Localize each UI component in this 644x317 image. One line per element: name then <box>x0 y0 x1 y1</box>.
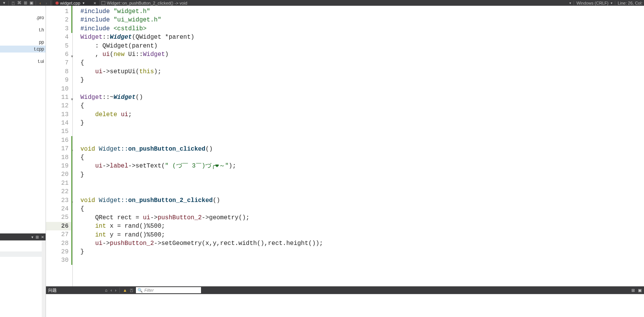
search-icon: 🔍 <box>137 288 143 293</box>
line-ending-label[interactable]: Windows (CRLF) <box>576 1 608 5</box>
enc-dropdown-left-icon[interactable]: ▾ <box>569 1 571 5</box>
close-panel-icon[interactable]: ▣ <box>638 288 642 293</box>
cpp-file-icon <box>56 2 59 5</box>
build-icon[interactable]: ⌂ <box>105 288 108 292</box>
line-number-gutter[interactable]: 123456▼7891011▼121314151617▼181920212223… <box>46 6 73 286</box>
project-sidebar: .pro t.h pp t.cpp t.ui ▾ ⊞ ✕ <box>0 6 46 317</box>
code-content[interactable]: #include "widget.h" #include "ui_widget.… <box>73 6 644 286</box>
symbol-breadcrumb[interactable]: Widget::on_pushButton_2_clicked() -> voi… <box>101 1 187 5</box>
tree-item-cpp-a[interactable]: pp <box>0 39 46 46</box>
lock-icon <box>101 1 105 5</box>
code-editor[interactable]: 123456▼7891011▼121314151617▼181920212223… <box>46 6 644 317</box>
filter-icon[interactable]: ⍞ <box>10 1 16 5</box>
enc-dropdown-icon[interactable]: ▾ <box>611 1 613 5</box>
file-tab-active[interactable]: widget.cpp ▾ × <box>52 0 99 6</box>
file-tab-label: widget.cpp <box>60 1 80 5</box>
open-docs-scrollbar[interactable] <box>42 241 46 317</box>
link-icon[interactable]: ⌘ <box>16 0 22 5</box>
open-docs-close-icon[interactable]: ✕ <box>41 235 44 239</box>
toolbar-button-a[interactable]: ▾ <box>2 0 7 5</box>
open-doc-row-selected[interactable] <box>0 251 46 257</box>
nav-next-issue-icon[interactable]: › <box>115 288 116 292</box>
tree-item-cpp-b[interactable]: t.cpp <box>0 46 46 53</box>
filter-input[interactable]: 🔍 Filter <box>136 287 201 293</box>
open-documents-header: ▾ ⊞ ✕ <box>0 233 46 240</box>
cursor-position-label: Line: 26, Col: <box>618 1 642 5</box>
file-tab-dropdown[interactable]: ▾ <box>83 1 85 5</box>
tree-item-pro[interactable]: .pro <box>0 14 46 21</box>
tree-item-ui[interactable]: t.ui <box>0 58 46 65</box>
issues-panel-body <box>46 294 644 317</box>
nav-back-button[interactable]: ‹ <box>38 1 43 5</box>
filter-issues-icon[interactable]: ⍞ <box>130 288 133 292</box>
expand-icon[interactable]: ⊞ <box>631 288 635 293</box>
issues-label[interactable]: 问题 <box>48 287 57 293</box>
issues-toolbar: 问题 ⌂ ‹ › ▲ ⍞ 🔍 Filter ⊞ ▣ <box>46 286 644 294</box>
editor-top-toolbar: ▾ ⍞ ⌘ ⊞ ▣ ‹ › widget.cpp ▾ × Widget::on_… <box>0 0 644 6</box>
file-tab-close-button[interactable]: × <box>94 1 96 5</box>
nav-prev-issue-icon[interactable]: ‹ <box>111 288 112 292</box>
open-documents-panel[interactable] <box>0 240 46 317</box>
warning-icon[interactable]: ▲ <box>123 288 127 292</box>
project-tree[interactable]: .pro t.h pp t.cpp t.ui <box>0 6 46 233</box>
nav-forward-button[interactable]: › <box>44 1 49 5</box>
open-docs-split-icon[interactable]: ⊞ <box>36 235 39 239</box>
open-docs-dropdown-icon[interactable]: ▾ <box>31 235 33 239</box>
filter-placeholder: Filter <box>144 288 154 292</box>
tree-item-header[interactable]: t.h <box>0 26 46 33</box>
breadcrumb-text: Widget::on_pushButton_2_clicked() -> voi… <box>107 1 187 5</box>
split-icon[interactable]: ⊞ <box>23 0 28 5</box>
layout-icon[interactable]: ▣ <box>29 0 34 5</box>
